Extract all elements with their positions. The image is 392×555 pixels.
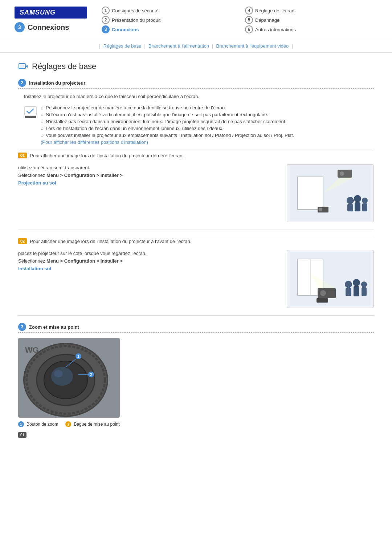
breadcrumb: | Réglages de base | Branchement à l'ali… — [0, 38, 392, 53]
page-title: Réglages de base — [32, 62, 96, 71]
tip-link[interactable]: (Pour afficher les différentes positions… — [41, 139, 148, 145]
step-02-line2: Sélectionnez Menu > Configuration > Inst… — [18, 258, 279, 265]
tip-block: Positionnez le projecteur de manière à c… — [24, 105, 374, 146]
tip-item-3: N'installez pas l'écran dans un environn… — [41, 119, 294, 124]
tip-list: Positionnez le projecteur de manière à c… — [41, 105, 294, 146]
nav-label-1: Consignes de sécurité — [112, 8, 159, 13]
svg-point-27 — [353, 279, 360, 286]
svg-point-23 — [320, 290, 326, 296]
step-01-illustration — [290, 166, 370, 220]
svg-text:2: 2 — [90, 373, 92, 377]
svg-point-11 — [347, 197, 354, 204]
svg-point-25 — [345, 281, 352, 288]
step-02-illustration — [290, 252, 370, 306]
page-title-block: Réglages de base — [18, 61, 374, 72]
nav-label-2: Présentation du produit — [112, 17, 160, 23]
step-02-content: placez le projecteur sur le côté lorsque… — [18, 246, 374, 315]
nav-label-6: Autres informations — [255, 27, 296, 32]
svg-point-38 — [54, 370, 63, 377]
section-title-zoom: Zoom et mise au point — [29, 324, 79, 330]
step-01-header: 01 Pour afficher une image lors de l'ins… — [18, 150, 374, 161]
step-02-desc: Pour afficher une image lors de l'instal… — [30, 239, 191, 244]
nav-item-1[interactable]: 1 Consignes de sécurité — [102, 7, 234, 15]
section-num-3: 3 — [18, 323, 26, 331]
svg-rect-26 — [346, 288, 351, 296]
nav-item-6[interactable]: 6 Autres informations — [245, 25, 377, 33]
step-01-projection: Projection au sol — [18, 180, 56, 186]
page-num-bar: 01 — [18, 432, 374, 438]
step-02-bold: Menu > Configuration > Installer > — [46, 258, 123, 264]
connexions-num-badge: 3 — [15, 22, 25, 32]
zoom-image: WG 1 2 — [18, 338, 120, 418]
svg-rect-4 — [29, 117, 32, 117]
nav-item-3[interactable]: 3 Connexions — [102, 25, 234, 33]
svg-rect-31 — [317, 298, 328, 303]
step-01-line3: Projection au sol — [18, 179, 279, 187]
svg-point-9 — [340, 171, 344, 176]
nav-num-3: 3 — [102, 25, 110, 33]
section-installation-header: 2 Installation du projecteur — [18, 79, 374, 89]
step-02-header: 02 Pour afficher une image lors de l'ins… — [18, 236, 374, 246]
nav-num-4: 4 — [245, 7, 253, 15]
section-title-installation: Installation du projecteur — [29, 80, 85, 86]
header-nav: 1 Consignes de sécurité 4 Réglage de l'é… — [102, 7, 377, 33]
tip-item-4: Lors de l'installation de l'écran dans u… — [41, 126, 294, 131]
step-02-line1: placez le projecteur sur le côté lorsque… — [18, 250, 279, 258]
svg-rect-18 — [319, 208, 322, 211]
step-01-badge: 01 — [18, 153, 27, 158]
svg-point-37 — [51, 367, 73, 386]
svg-rect-30 — [362, 287, 367, 296]
svg-rect-28 — [354, 286, 359, 296]
step-01-bold: Menu > Configuration > Installer > — [46, 173, 123, 178]
zoom-label-text-1: Bouton de zoom — [26, 422, 58, 427]
install-intro: Installez le projecteur de manière à ce … — [24, 94, 374, 99]
tip-item-2: Si l'écran n'est pas installé verticalem… — [41, 112, 294, 117]
nav-num-1: 1 — [102, 7, 110, 15]
zoom-labels: 1 Bouton de zoom 2 Bague de mise au poin… — [18, 421, 374, 427]
svg-text:1: 1 — [77, 355, 79, 358]
nav-num-2: 2 — [102, 16, 110, 24]
page-icon — [18, 61, 28, 72]
tip-link-item[interactable]: (Pour afficher les différentes positions… — [41, 139, 294, 145]
step-01-block: 01 Pour afficher une image lors de l'ins… — [18, 150, 374, 230]
zoom-section: 3 Zoom et mise au point WG — [18, 323, 374, 438]
step-01-text: utilisez un écran semi-transparent. Séle… — [18, 164, 279, 222]
step-02-text: placez le projecteur sur le côté lorsque… — [18, 250, 279, 308]
tip-item-5: Vous pouvez installer le projecteur aux … — [41, 133, 294, 138]
svg-rect-6 — [298, 177, 323, 210]
nav-num-6: 6 — [245, 25, 253, 33]
svg-point-13 — [354, 195, 361, 202]
nav-item-5[interactable]: 5 Dépannage — [245, 16, 377, 24]
breadcrumb-item-2[interactable]: Branchement à l'alimentation — [148, 43, 209, 49]
nav-label-5: Dépannage — [255, 17, 279, 23]
step-02-badge: 02 — [18, 238, 27, 244]
step-01-line1: utilisez un écran semi-transparent. — [18, 164, 279, 172]
page-header: SAMSUNG 3 Connexions 1 Consignes de sécu… — [0, 0, 392, 38]
zoom-label-text-2: Bague de mise au point — [74, 422, 119, 427]
svg-point-15 — [362, 198, 368, 203]
svg-rect-16 — [362, 203, 367, 211]
section-num-2: 2 — [18, 79, 26, 87]
samsung-logo: SAMSUNG — [15, 7, 87, 19]
header-left: SAMSUNG 3 Connexions — [15, 7, 87, 32]
sep-left: | — [99, 43, 100, 49]
step-01-content: utilisez un écran semi-transparent. Séle… — [18, 161, 374, 230]
zoom-lens-illustration: WG 1 2 — [19, 338, 120, 418]
breadcrumb-item-1[interactable]: Réglages de base — [103, 43, 142, 49]
step-02-block: 02 Pour afficher une image lors de l'ins… — [18, 236, 374, 316]
section-zoom-header: 3 Zoom et mise au point — [18, 323, 374, 333]
breadcrumb-item-3[interactable]: Branchement à l'équipement vidéo — [216, 43, 289, 49]
step-02-image — [287, 250, 374, 308]
nav-item-2[interactable]: 2 Présentation du produit — [102, 16, 234, 24]
svg-text:WG: WG — [25, 345, 39, 355]
nav-item-4[interactable]: 4 Réglage de l'écran — [245, 7, 377, 15]
connexions-badge: 3 Connexions — [15, 22, 87, 32]
svg-point-29 — [361, 281, 367, 287]
nav-label-3: Connexions — [112, 27, 139, 32]
nav-num-5: 5 — [245, 16, 253, 24]
step-02-install: Installation sol — [18, 266, 51, 271]
tip-item-1: Positionnez le projecteur de manière à c… — [41, 105, 294, 110]
main-content: Réglages de base 2 Installation du proje… — [0, 53, 392, 452]
label-dot-2: 2 — [65, 421, 71, 427]
label-dot-1: 1 — [18, 421, 24, 427]
